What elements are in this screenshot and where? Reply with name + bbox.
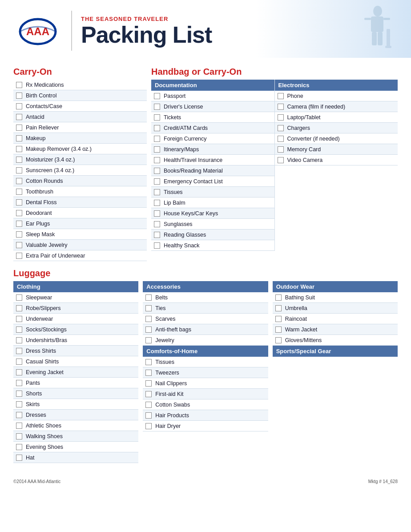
list-item[interactable]: Converter (if needed) (275, 133, 398, 144)
list-item[interactable]: Books/Reading Material (151, 165, 274, 176)
checkbox[interactable] (154, 125, 160, 131)
checkbox[interactable] (16, 316, 22, 322)
list-item[interactable]: Athletic Shoes (13, 420, 138, 431)
list-item[interactable]: Extra Pair of Underwear (13, 250, 147, 261)
checkbox[interactable] (16, 455, 22, 461)
checkbox[interactable] (145, 359, 152, 365)
checkbox[interactable] (145, 380, 152, 387)
list-item[interactable]: Gloves/Mittens (273, 335, 398, 346)
list-item[interactable]: Reading Glasses (151, 230, 274, 240)
checkbox[interactable] (145, 305, 152, 311)
checkbox[interactable] (154, 157, 160, 163)
checkbox[interactable] (145, 326, 152, 333)
checkbox[interactable] (16, 326, 22, 333)
list-item[interactable]: Laptop/Tablet (275, 112, 398, 123)
checkbox[interactable] (154, 232, 160, 238)
list-item[interactable]: Antacid (13, 112, 147, 122)
checkbox[interactable] (16, 253, 22, 259)
checkbox[interactable] (278, 104, 284, 110)
list-item[interactable]: Raincoat (273, 314, 398, 324)
checkbox[interactable] (145, 391, 152, 397)
checkbox[interactable] (278, 146, 284, 153)
list-item[interactable]: Tissues (151, 187, 274, 197)
list-item[interactable]: Healthy Snack (151, 240, 274, 251)
checkbox[interactable] (16, 305, 22, 311)
list-item[interactable]: Shorts (13, 388, 138, 399)
checkbox[interactable] (154, 136, 160, 142)
list-item[interactable]: Umbrella (273, 303, 398, 314)
list-item[interactable]: Video Camera (275, 155, 398, 165)
list-item[interactable]: Valuable Jewelry (13, 240, 147, 250)
checkbox[interactable] (16, 114, 22, 120)
checkbox[interactable] (16, 221, 22, 227)
list-item[interactable]: Socks/Stockings (13, 324, 138, 335)
list-item[interactable]: Phone (275, 91, 398, 101)
list-item[interactable]: Contacts/Case (13, 101, 147, 112)
list-item[interactable]: Sunscreen (3.4 oz.) (13, 165, 147, 176)
list-item[interactable]: Sleep Mask (13, 229, 147, 240)
list-item[interactable]: Warm Jacket (273, 324, 398, 335)
checkbox[interactable] (16, 93, 22, 99)
list-item[interactable]: Ties (143, 303, 268, 314)
list-item[interactable]: Moisturizer (3.4 oz.) (13, 154, 147, 165)
list-item[interactable]: Hair Dryer (143, 421, 268, 431)
checkbox[interactable] (154, 93, 160, 99)
checkbox[interactable] (154, 146, 160, 153)
list-item[interactable]: Underwear (13, 314, 138, 324)
list-item[interactable]: Foreign Currency (151, 133, 274, 144)
list-item[interactable]: Bathing Suit (273, 292, 398, 303)
checkbox[interactable] (154, 200, 160, 206)
list-item[interactable]: First-aid Kit (143, 389, 268, 399)
list-item[interactable]: Undershirts/Bras (13, 335, 138, 346)
checkbox[interactable] (16, 369, 22, 375)
list-item[interactable]: Itinerary/Maps (151, 144, 274, 155)
list-item[interactable]: Skirts (13, 399, 138, 410)
checkbox[interactable] (275, 326, 282, 333)
checkbox[interactable] (154, 210, 160, 217)
checkbox[interactable] (16, 412, 22, 418)
list-item[interactable]: Sleepwear (13, 292, 138, 303)
checkbox[interactable] (278, 157, 284, 163)
list-item[interactable]: Driver's License (151, 101, 274, 112)
checkbox[interactable] (145, 402, 152, 408)
checkbox[interactable] (154, 221, 160, 227)
checkbox[interactable] (16, 189, 22, 195)
checkbox[interactable] (16, 337, 22, 343)
list-item[interactable]: Passport (151, 91, 274, 101)
list-item[interactable]: Cotton Swabs (143, 399, 268, 410)
checkbox[interactable] (16, 210, 22, 216)
checkbox[interactable] (275, 305, 282, 311)
checkbox[interactable] (145, 316, 152, 322)
checkbox[interactable] (145, 337, 152, 343)
list-item[interactable]: Chargers (275, 123, 398, 133)
checkbox[interactable] (16, 157, 22, 163)
list-item[interactable]: Tweezers (143, 367, 268, 378)
list-item[interactable]: Emergency Contact List (151, 176, 274, 187)
checkbox[interactable] (278, 125, 284, 131)
list-item[interactable]: Jewelry (143, 335, 268, 346)
checkbox[interactable] (16, 359, 22, 365)
list-item[interactable]: Dental Floss (13, 197, 147, 208)
list-item[interactable]: Dresses (13, 410, 138, 420)
checkbox[interactable] (16, 103, 22, 109)
checkbox[interactable] (275, 294, 282, 301)
list-item[interactable]: Health/Travel Insurance (151, 155, 274, 165)
checkbox[interactable] (145, 294, 152, 301)
checkbox[interactable] (278, 93, 284, 99)
checkbox[interactable] (16, 444, 22, 450)
checkbox[interactable] (16, 199, 22, 206)
checkbox[interactable] (275, 316, 282, 322)
list-item[interactable]: Rx Medications (13, 80, 147, 90)
list-item[interactable]: Dress Shirts (13, 346, 138, 356)
checkbox[interactable] (145, 412, 152, 419)
list-item[interactable]: Makeup (13, 133, 147, 144)
list-item[interactable]: Scarves (143, 314, 268, 324)
list-item[interactable]: Toothbrush (13, 186, 147, 197)
checkbox[interactable] (154, 168, 160, 174)
checkbox[interactable] (16, 294, 22, 301)
checkbox[interactable] (16, 242, 22, 248)
checkbox[interactable] (16, 401, 22, 407)
checkbox[interactable] (16, 178, 22, 184)
checkbox[interactable] (154, 104, 160, 110)
list-item[interactable]: Memory Card (275, 144, 398, 155)
